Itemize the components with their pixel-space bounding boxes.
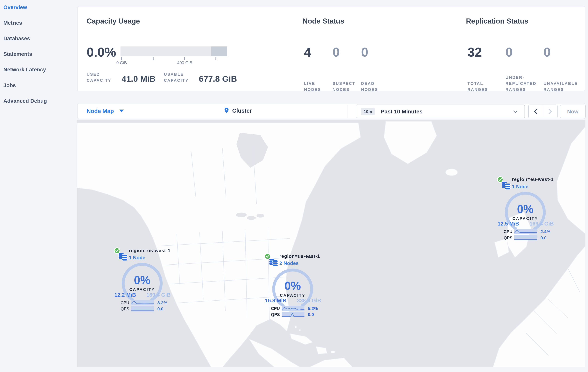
sidebar-item-advanced-debug[interactable]: Advanced Debug [0, 94, 76, 109]
next-time-window-button[interactable] [543, 105, 557, 118]
capacity-usage-title: Capacity Usage [87, 17, 250, 25]
qps-label: QPS [504, 235, 514, 240]
cockroachdb-overview-page: Overview Metrics Databases Statements Ne… [0, 0, 588, 372]
replication-status-title: Replication Status [466, 17, 588, 25]
time-range-select[interactable]: 10m Past 10 Minutes [356, 105, 525, 118]
view-switcher-dropdown[interactable]: Node Map [87, 107, 124, 114]
capacity-percent: 0.0% [87, 44, 119, 65]
region-name: region=us-east-1 [279, 254, 320, 259]
cpu-label: CPU [121, 300, 131, 305]
qps-value: 0.0 [541, 235, 546, 240]
sidebar-item-jobs[interactable]: Jobs [0, 78, 76, 94]
cpu-sparkline [131, 300, 154, 305]
qps-sparkline [282, 312, 304, 317]
now-button[interactable]: Now [560, 105, 586, 118]
database-stack-icon [269, 257, 279, 266]
suspect-nodes-value: 0 [333, 45, 340, 59]
breadcrumb-cluster-label: Cluster [232, 107, 252, 113]
live-nodes-label: LIVE NODES [304, 80, 328, 92]
capacity-axis-ticks [121, 56, 227, 60]
region-marker-eu-west-1[interactable]: region=eu-west-1 1 Node 0% CAPACITY 12.5… [497, 176, 555, 242]
sidebar: Overview Metrics Databases Statements Ne… [0, 0, 76, 109]
region-marker-us-west-1[interactable]: region=us-west-1 1 Node 0% CAPACITY 12.2… [114, 247, 171, 313]
database-stack-icon [501, 181, 511, 190]
cpu-sparkline [514, 229, 537, 234]
gauge-capacity-label: CAPACITY [121, 287, 163, 292]
gauge-percent: 0% [272, 280, 314, 292]
gauge-capacity-label: CAPACITY [272, 293, 314, 297]
gauge-percent: 0% [504, 203, 546, 216]
map-toolbar: Node Map Cluster 10m Past 10 Minutes [77, 103, 585, 119]
qps-label: QPS [121, 307, 131, 311]
gauge-capacity-label: CAPACITY [504, 216, 546, 220]
database-stack-icon [118, 252, 128, 261]
region-nodes-link[interactable]: 2 Nodes [279, 261, 299, 266]
region-marker-us-east-1[interactable]: region=us-east-1 2 Nodes 0% CAPACITY 16.… [264, 253, 322, 318]
replication-status-panel: Replication Status 32 0 0 TOTAL RANGES U… [466, 17, 588, 25]
qps-value: 0.0 [308, 312, 314, 317]
under-replicated-ranges-value: 0 [505, 45, 513, 59]
time-range-badge: 10m [361, 107, 375, 115]
qps-sparkline [514, 235, 537, 240]
sidebar-item-metrics[interactable]: Metrics [0, 16, 76, 31]
cluster-summary-card: Capacity Usage 0.0% 0 GiB 400 GiB [77, 6, 585, 91]
usable-capacity-label: USABLE CAPACITY [164, 71, 191, 84]
sidebar-item-network-latency[interactable]: Network Latency [0, 63, 76, 78]
suspect-nodes-label: SUSPECT NODES [333, 80, 357, 92]
capacity-tick-label-0: 0 GiB [116, 61, 127, 65]
total-ranges-label: TOTAL RANGES [467, 80, 503, 92]
total-ranges-value: 32 [467, 45, 482, 59]
region-usable-capacity: 338.9 GiB [297, 298, 321, 304]
view-switcher-label: Node Map [87, 107, 114, 114]
live-nodes-value: 4 [304, 45, 311, 59]
time-window-arrows [528, 105, 558, 118]
region-nodes-link[interactable]: 1 Node [512, 184, 528, 189]
sidebar-item-overview[interactable]: Overview [0, 0, 76, 16]
capacity-bar [121, 46, 227, 56]
region-used-capacity: 12.5 MiB [498, 221, 519, 227]
region-used-capacity: 16.3 MiB [265, 298, 286, 304]
toolbar-divider [347, 105, 347, 118]
under-replicated-ranges-label: UNDER-REPLICATED RANGES [505, 74, 541, 92]
gauge-percent: 0% [121, 274, 163, 287]
qps-sparkline [131, 306, 154, 311]
caret-down-icon [119, 109, 124, 112]
chevron-down-icon [513, 110, 518, 113]
node-map: region=us-west-1 1 Node 0% CAPACITY 12.2… [77, 120, 585, 367]
capacity-bar-reserved-segment [211, 46, 227, 56]
map-pin-icon [224, 107, 229, 114]
cpu-sparkline [282, 306, 304, 311]
sidebar-item-statements[interactable]: Statements [0, 47, 76, 62]
region-nodes-link[interactable]: 1 Node [129, 255, 146, 261]
cpu-value: 2.4% [541, 229, 550, 234]
region-used-capacity: 12.2 MiB [114, 292, 136, 298]
chevron-left-icon [534, 108, 538, 114]
region-name: region=eu-west-1 [512, 177, 554, 182]
region-usable-capacity: 169.4 GiB [529, 221, 554, 227]
world-map-graphic [77, 120, 585, 367]
cpu-value: 3.2% [157, 300, 167, 305]
used-capacity-value: 41.0 MiB [122, 75, 156, 83]
sidebar-item-databases[interactable]: Databases [0, 31, 76, 47]
cpu-label: CPU [504, 229, 514, 234]
used-capacity-label: USED CAPACITY [87, 71, 114, 84]
capacity-usage-panel: Capacity Usage 0.0% 0 GiB 400 GiB [87, 17, 250, 25]
time-range-label: Past 10 Minutes [381, 108, 422, 114]
capacity-bar-chart: 0 GiB 400 GiB [121, 46, 227, 65]
unavailable-ranges-value: 0 [544, 45, 551, 59]
usable-capacity-value: 677.8 GiB [199, 75, 237, 83]
breadcrumb[interactable]: Cluster [224, 107, 252, 114]
qps-value: 0.0 [157, 307, 163, 311]
chevron-right-icon [548, 108, 552, 114]
prev-time-window-button[interactable] [529, 105, 543, 118]
unavailable-ranges-label: UNAVAILABLE RANGES [544, 80, 578, 92]
capacity-tick-label-400: 400 GiB [177, 61, 192, 65]
cpu-label: CPU [271, 306, 282, 311]
node-status-panel: Node Status 4 0 0 LIVE NODES SUSPECT NOD… [303, 17, 428, 25]
cpu-value: 5.2% [308, 306, 318, 311]
node-status-title: Node Status [303, 17, 428, 25]
dead-nodes-label: DEAD NODES [361, 80, 385, 92]
region-usable-capacity: 169.4 GiB [147, 292, 171, 298]
qps-label: QPS [271, 312, 282, 317]
dead-nodes-value: 0 [361, 45, 368, 59]
